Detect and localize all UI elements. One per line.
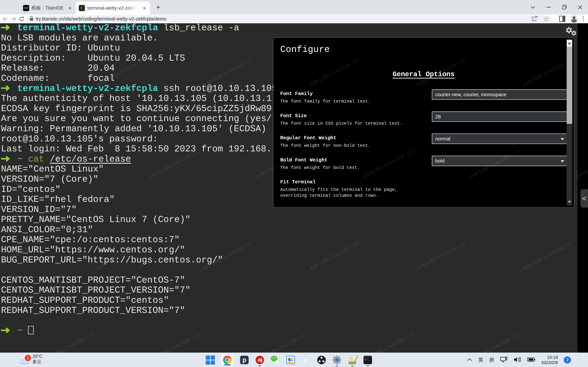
wechat-icon[interactable] [271, 355, 280, 365]
weather-temp: 20°C [33, 354, 42, 359]
terminal-cursor [28, 326, 34, 334]
back-icon[interactable] [2, 16, 9, 22]
dingtalk-icon[interactable] [302, 355, 311, 365]
terminal-text: VERSION="7 (Core)" [1, 174, 98, 184]
new-tab-button[interactable]: + [154, 3, 162, 11]
taskbar-weather-widget[interactable]: 1 20°C 多云 [19, 354, 42, 365]
tab-terminal-wetty[interactable]: >_ terminal-wetty-v2-zekfcpla - T × [76, 2, 150, 14]
font-size-input[interactable]: 28 [432, 111, 568, 122]
tab-titanide[interactable]: <t> 模板 - TitanIDE × [20, 2, 76, 14]
terminal-app-icon[interactable]: C:\_ [363, 355, 372, 365]
taskbar-clock[interactable]: 10:19 2023/2/9 [541, 355, 558, 365]
terminal-text: PRETTY_NAME="CentOS Linux 7 (Core)" [1, 215, 190, 225]
terminal-settings-button[interactable] [566, 27, 579, 37]
terminal-line: NAME="CentOS Linux" [1, 164, 277, 174]
tray-chevron-up-icon[interactable] [467, 358, 472, 362]
ime-pinyin-button[interactable]: 拼 [489, 357, 494, 363]
config-row: Font SizeThe font size in CSS pixels for… [280, 113, 560, 126]
regular-font-weight-select[interactable]: normal [432, 133, 568, 144]
terminal-text: VERSION_ID="7" [1, 204, 77, 215]
browser-toolbar: try.titanide.cn/ide/web/coding/terminal-… [0, 14, 588, 23]
chevron-down-icon [561, 160, 564, 162]
profile-avatar-icon[interactable] [570, 15, 578, 23]
field-label: Fit Terminal [280, 179, 560, 185]
terminal-text: ~ [17, 325, 23, 336]
chrome-icon[interactable] [221, 353, 234, 367]
modal-scrollbar[interactable] [567, 40, 572, 205]
terminal-text: Release: 20.04 [1, 63, 115, 73]
drawer-handle-chevron-icon[interactable]: < [580, 189, 588, 208]
forward-icon[interactable] [10, 16, 17, 22]
field-description: The font weight for non-bold text. [280, 143, 411, 149]
font-family-input[interactable]: courier-new, courier, monospace [432, 89, 568, 100]
terminal-text [23, 154, 28, 164]
speaker-icon[interactable] [514, 357, 521, 363]
watermark-text: admin@titanide.cn [522, 240, 574, 271]
menu-dots-icon[interactable] [583, 17, 584, 21]
notification-badge[interactable]: 2 [564, 356, 571, 364]
chart-app-icon[interactable] [286, 355, 295, 365]
system-tray: 英 拼 10 [467, 353, 571, 367]
scroll-up-icon[interactable] [567, 40, 572, 47]
ime-language-button[interactable]: 英 [478, 357, 483, 363]
weather-badge: 1 [25, 355, 31, 361]
maximize-restore-icon[interactable] [556, 0, 572, 14]
weather-condition: 多云 [33, 359, 42, 365]
watermark-text: admin@titanide.cn [362, 332, 414, 353]
terminal-text: ID_LIKE="rhel fedora" [1, 194, 115, 205]
terminal-text: BUG_REPORT_URL="https://bugs.centos.org/… [1, 255, 223, 265]
terminal-text: The authenticity of host '10.10.13.105 (… [1, 93, 272, 104]
share-icon[interactable] [532, 16, 538, 22]
obs-icon[interactable] [317, 355, 326, 365]
gear-icon [571, 31, 577, 36]
terminal-line: No LSB modules are available. [1, 33, 277, 43]
bookmark-star-icon[interactable]: ☆ [543, 16, 549, 22]
terminal-line: ANSI_COLOR="0;31" [1, 225, 277, 235]
terminal-text: root@10.10.13.105's password: [1, 134, 158, 144]
refresh-icon[interactable] [18, 16, 25, 22]
titanide-logo-icon: <t> [23, 5, 29, 11]
scroll-down-icon[interactable] [567, 198, 572, 205]
terminal-line: HOME_URL="https://www.centos.org/" [1, 245, 277, 255]
side-panel-icon[interactable] [559, 16, 565, 22]
select-value: bold [435, 158, 445, 164]
watermark-text: admin@titanide.cn [415, 240, 467, 271]
notepad-icon[interactable] [348, 355, 357, 365]
scrollbar-thumb[interactable] [567, 47, 572, 124]
bold-font-weight-select[interactable]: bold [432, 156, 568, 166]
prompt-host: terminal-wetty-v2-zekfcpla [17, 23, 158, 33]
terminal-text: cat [28, 154, 44, 164]
config-row: Regular Font WeightThe font weight for n… [280, 135, 560, 149]
prompt-arrow-icon [1, 83, 17, 94]
terminal-text: ANSI_COLOR="0;31" [1, 225, 93, 235]
terminal-text: Last login: Wed Feb 8 15:58:50 2023 from… [1, 144, 272, 154]
tab-title: terminal-wetty-v2-zekfcpla - T [87, 5, 137, 11]
close-icon[interactable] [572, 0, 588, 14]
windows-start-icon[interactable] [206, 355, 215, 365]
settings-gear-icon[interactable] [332, 355, 342, 365]
close-icon[interactable]: × [141, 5, 147, 11]
all-red-app-icon[interactable]: A|| [255, 355, 264, 365]
configure-dialog: Configure General Options Font FamilyThe… [273, 37, 574, 208]
terminal-line: VERSION="7 (Core)" [1, 174, 277, 184]
terminal-line: root@10.10.13.105's password: [1, 134, 277, 144]
terminal-output[interactable]: terminal-wetty-v2-zekfcpla lsb_release -… [1, 23, 277, 336]
terminal-line: ~ [1, 326, 277, 336]
terminal-text: CENTOS_MANTISBT_PROJECT_VERSION="7" [1, 285, 190, 295]
p-app-icon[interactable]: p [240, 355, 249, 365]
url-bar[interactable]: try.titanide.cn/ide/web/coding/terminal-… [27, 15, 552, 22]
network-monitor-icon[interactable] [500, 357, 508, 363]
tab-search-chevron-icon[interactable] [525, 0, 541, 14]
terminal-text: CPE_NAME="cpe:/o:centos:centos:7" [1, 235, 180, 245]
terminal-text: lsb_release -a [158, 23, 239, 33]
battery-charging-icon[interactable] [527, 357, 535, 363]
screen: <t> 模板 - TitanIDE × >_ terminal-wetty-v2… [0, 0, 588, 367]
terminal-line: ~ cat /etc/os-release [1, 154, 277, 164]
terminal-line: Description: Ubuntu 20.04.5 LTS [1, 53, 277, 63]
terminal-line: Warning: Permanently added '10.10.13.105… [1, 124, 277, 134]
minimize-icon[interactable] [541, 0, 556, 14]
close-icon[interactable]: × [67, 5, 73, 11]
taskbar: 1 20°C 多云 pA||C:\_ 英 拼 [0, 353, 588, 367]
terminal-text: /etc/os-release [50, 154, 131, 164]
terminal-line: Codename: focal [1, 73, 277, 83]
